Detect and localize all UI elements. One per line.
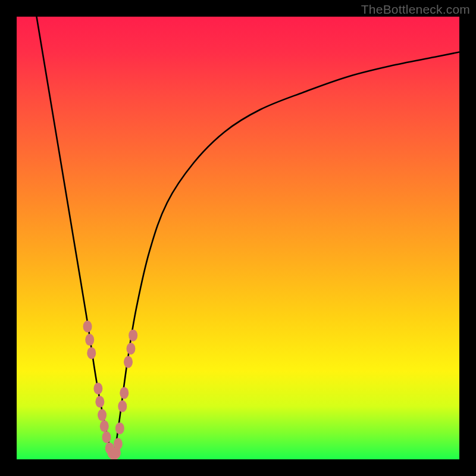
data-marker (120, 387, 129, 399)
data-marker (87, 347, 96, 359)
curve-bottleneck-right (112, 52, 459, 458)
data-marker (124, 356, 133, 368)
data-marker (102, 431, 111, 443)
plot-area (17, 17, 459, 459)
markers-group (83, 321, 138, 459)
data-marker (114, 438, 123, 450)
data-marker (95, 396, 104, 408)
chart-svg (17, 17, 459, 459)
data-marker (93, 383, 102, 394)
data-marker (85, 334, 94, 346)
data-marker (129, 330, 137, 342)
chart-container: TheBottleneck.com (0, 0, 476, 476)
data-marker (83, 321, 92, 333)
data-marker (115, 422, 124, 434)
data-marker (100, 420, 109, 432)
watermark-text: TheBottleneck.com (361, 2, 470, 17)
data-marker (98, 409, 107, 421)
data-marker (118, 400, 127, 412)
data-marker (126, 343, 135, 355)
